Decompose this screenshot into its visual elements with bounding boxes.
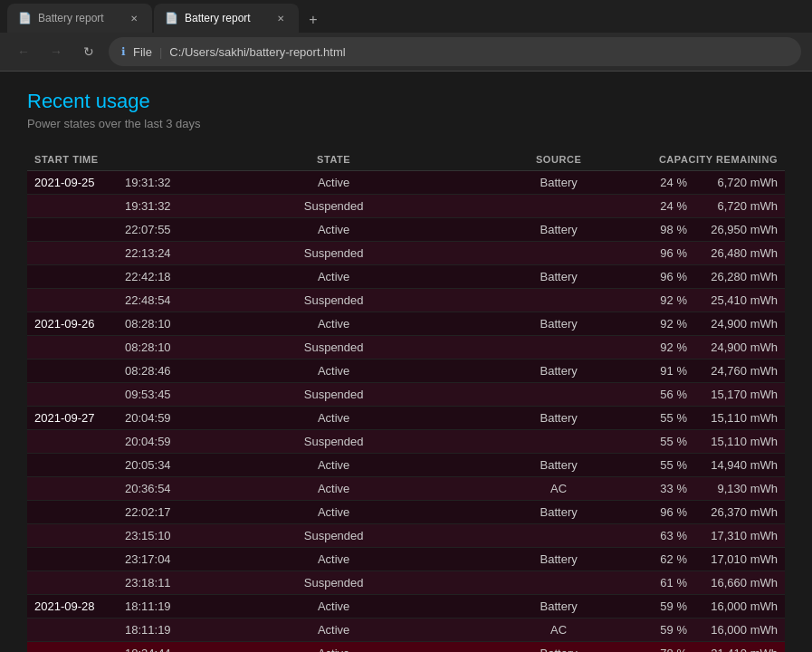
table-row: 20:05:34 Active Battery 55 % 14,940 mWh <box>27 454 785 477</box>
tab-2-title: Battery report <box>185 12 266 24</box>
cell-mwh: 17,010 mWh <box>694 548 785 571</box>
cell-source <box>477 383 640 407</box>
tab-2[interactable]: 📄 Battery report ✕ <box>154 4 299 33</box>
cell-time: 09:53:45 <box>118 383 190 407</box>
tab-2-close[interactable]: ✕ <box>273 11 288 25</box>
cell-time: 22:02:17 <box>118 501 190 524</box>
cell-mwh: 16,000 mWh <box>694 595 785 618</box>
cell-date: 2021-09-27 <box>27 407 118 430</box>
cell-date <box>27 430 118 454</box>
cell-pct: 96 % <box>640 242 694 265</box>
cell-source: Battery <box>477 360 640 383</box>
cell-source <box>477 336 640 360</box>
cell-pct: 96 % <box>640 265 694 289</box>
col-header-capacity: CAPACITY REMAINING <box>640 149 785 171</box>
cell-mwh: 26,370 mWh <box>694 501 785 524</box>
col-header-source: SOURCE <box>477 149 640 171</box>
cell-source: Battery <box>477 548 640 571</box>
address-separator: | <box>159 45 162 59</box>
tab-1-title: Battery report <box>38 12 119 24</box>
table-row: 20:36:54 Active AC 33 % 9,130 mWh <box>27 477 785 501</box>
cell-state: Suspended <box>190 383 477 407</box>
cell-date <box>27 571 118 595</box>
forward-button[interactable]: → <box>43 39 69 64</box>
cell-mwh: 26,280 mWh <box>694 265 785 289</box>
cell-time: 18:11:19 <box>118 595 190 618</box>
cell-mwh: 26,480 mWh <box>694 242 785 265</box>
cell-date <box>27 477 118 501</box>
refresh-button[interactable]: ↻ <box>76 39 101 64</box>
cell-time: 19:31:32 <box>118 195 190 218</box>
cell-time: 08:28:10 <box>118 312 190 336</box>
table-row: 19:31:32 Suspended 24 % 6,720 mWh <box>27 195 785 218</box>
cell-state: Active <box>190 265 477 289</box>
section-subtitle: Power states over the last 3 days <box>27 117 785 130</box>
address-input[interactable]: ℹ File | C:/Users/sakhi/battery-report.h… <box>109 37 801 66</box>
cell-mwh: 6,720 mWh <box>694 171 785 195</box>
cell-time: 22:48:54 <box>118 289 190 312</box>
cell-pct: 59 % <box>640 595 694 618</box>
cell-state: Suspended <box>190 242 477 265</box>
tab-1[interactable]: 📄 Battery report ✕ <box>7 4 152 33</box>
cell-state: Active <box>190 218 477 242</box>
cell-date: 2021-09-25 <box>27 171 118 195</box>
cell-time: 19:31:32 <box>118 171 190 195</box>
cell-pct: 55 % <box>640 407 694 430</box>
col-header-state: STATE <box>190 149 477 171</box>
cell-time: 23:18:11 <box>118 571 190 595</box>
cell-date <box>27 265 118 289</box>
cell-pct: 33 % <box>640 477 694 501</box>
cell-time: 23:17:04 <box>118 548 190 571</box>
browser-chrome: 📄 Battery report ✕ 📄 Battery report ✕ + … <box>0 0 812 72</box>
cell-date <box>27 524 118 548</box>
new-tab-button[interactable]: + <box>301 7 326 33</box>
section-title: Recent usage <box>27 90 785 113</box>
cell-time: 18:11:19 <box>118 618 190 642</box>
table-row: 2021-09-25 19:31:32 Active Battery 24 % … <box>27 171 785 195</box>
cell-pct: 24 % <box>640 195 694 218</box>
cell-source: Battery <box>477 454 640 477</box>
cell-mwh: 24,900 mWh <box>694 312 785 336</box>
cell-pct: 24 % <box>640 171 694 195</box>
address-path: C:/Users/sakhi/battery-report.html <box>169 45 345 59</box>
cell-mwh: 21,410 mWh <box>694 642 785 653</box>
cell-date: 2021-09-26 <box>27 312 118 336</box>
cell-pct: 62 % <box>640 548 694 571</box>
table-row: 2021-09-27 20:04:59 Active Battery 55 % … <box>27 407 785 430</box>
cell-state: Active <box>190 360 477 383</box>
cell-pct: 92 % <box>640 336 694 360</box>
cell-source: Battery <box>477 501 640 524</box>
cell-source: Battery <box>477 595 640 618</box>
cell-source <box>477 242 640 265</box>
cell-source: AC <box>477 477 640 501</box>
cell-state: Active <box>190 477 477 501</box>
cell-time: 20:04:59 <box>118 430 190 454</box>
address-bar: ← → ↻ ℹ File | C:/Users/sakhi/battery-re… <box>0 33 812 71</box>
cell-pct: 63 % <box>640 524 694 548</box>
cell-date <box>27 360 118 383</box>
cell-source <box>477 430 640 454</box>
table-row: 20:04:59 Suspended 55 % 15,110 mWh <box>27 430 785 454</box>
cell-date: 2021-09-28 <box>27 595 118 618</box>
table-row: 23:15:10 Suspended 63 % 17,310 mWh <box>27 524 785 548</box>
cell-source <box>477 571 640 595</box>
cell-state: Suspended <box>190 430 477 454</box>
cell-source <box>477 289 640 312</box>
table-row: 22:13:24 Suspended 96 % 26,480 mWh <box>27 242 785 265</box>
cell-date <box>27 501 118 524</box>
cell-date <box>27 618 118 642</box>
cell-mwh: 25,410 mWh <box>694 289 785 312</box>
cell-mwh: 24,760 mWh <box>694 360 785 383</box>
cell-pct: 61 % <box>640 571 694 595</box>
page-content: Recent usage Power states over the last … <box>0 72 812 652</box>
cell-source: AC <box>477 618 640 642</box>
cell-time: 22:07:55 <box>118 218 190 242</box>
table-row: 22:02:17 Active Battery 96 % 26,370 mWh <box>27 501 785 524</box>
cell-state: Active <box>190 548 477 571</box>
back-button[interactable]: ← <box>11 39 36 64</box>
table-row: 22:42:18 Active Battery 96 % 26,280 mWh <box>27 265 785 289</box>
tab-1-close[interactable]: ✕ <box>127 11 141 25</box>
cell-time: 08:28:10 <box>118 336 190 360</box>
cell-source <box>477 524 640 548</box>
cell-mwh: 15,110 mWh <box>694 430 785 454</box>
